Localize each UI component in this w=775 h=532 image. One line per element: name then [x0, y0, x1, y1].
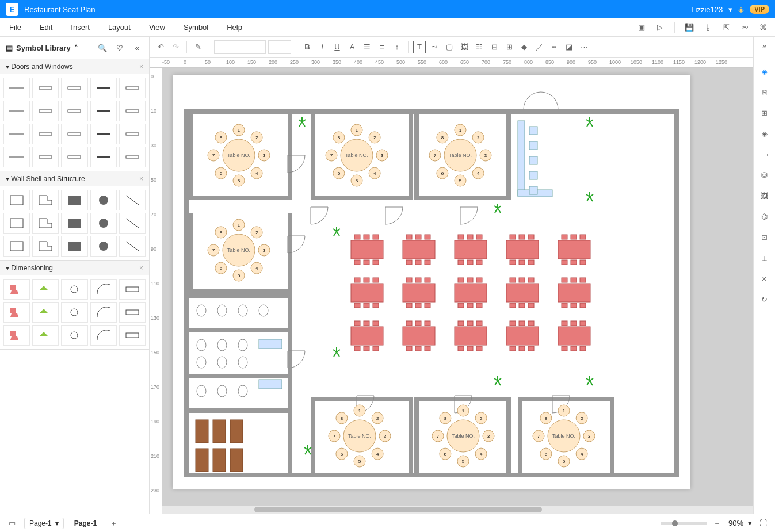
lib-section-header[interactable]: ▾ Doors and Windows× — [0, 59, 149, 74]
plant-icon[interactable] — [299, 117, 306, 127]
line-spacing-icon[interactable]: ↕ — [391, 41, 403, 53]
rect-table[interactable] — [455, 235, 487, 265]
fullscreen-icon[interactable]: ⛶ — [757, 517, 769, 530]
lib-symbol[interactable] — [90, 147, 117, 167]
format-painter-icon[interactable]: ✎ — [192, 41, 204, 53]
rect-table[interactable] — [351, 235, 383, 265]
group-icon[interactable]: ⊞ — [503, 41, 516, 53]
lib-symbol[interactable] — [61, 101, 87, 121]
picture-icon[interactable]: 🖼 — [758, 189, 772, 202]
zoom-in-icon[interactable]: ＋ — [711, 517, 724, 530]
close-icon[interactable]: × — [139, 175, 143, 183]
close-icon[interactable]: × — [139, 63, 143, 71]
lib-symbol[interactable] — [90, 124, 117, 144]
lib-symbol[interactable] — [90, 325, 117, 346]
share-icon[interactable]: ⚯ — [738, 21, 751, 34]
download-icon[interactable]: ⭳ — [701, 21, 714, 34]
rect-table[interactable] — [506, 321, 539, 351]
round-table[interactable]: Table NO.12345678 — [326, 124, 388, 186]
lib-symbol[interactable] — [61, 213, 87, 234]
rect-table[interactable] — [558, 235, 590, 265]
toilet-icon[interactable] — [217, 305, 227, 316]
rect-table[interactable] — [403, 278, 435, 308]
lib-symbol[interactable] — [119, 325, 146, 346]
lib-symbol[interactable] — [61, 124, 87, 144]
image-icon[interactable]: 🖼 — [458, 41, 471, 53]
lib-symbol[interactable] — [90, 236, 117, 257]
zoom-level[interactable]: 90% — [728, 519, 743, 527]
rect-table[interactable] — [506, 235, 539, 265]
presentation-icon[interactable]: ▣ — [635, 21, 648, 34]
grid-panel-icon[interactable]: ⊞ — [758, 106, 772, 120]
lib-symbol[interactable] — [90, 190, 117, 210]
lib-symbol[interactable] — [3, 279, 30, 300]
toilet-icon[interactable] — [238, 305, 247, 316]
italic-icon[interactable]: I — [316, 41, 329, 53]
lib-symbol[interactable] — [119, 302, 146, 323]
save-icon[interactable]: 💾 — [683, 21, 696, 34]
line-icon[interactable]: ／ — [533, 41, 545, 53]
lib-symbol[interactable] — [3, 236, 30, 257]
lib-symbol[interactable] — [90, 213, 117, 234]
lib-symbol[interactable] — [61, 279, 87, 300]
rect-table[interactable] — [351, 321, 383, 351]
lib-symbol[interactable] — [90, 279, 117, 300]
lib-symbol[interactable] — [3, 190, 30, 210]
underline-icon[interactable]: U — [331, 41, 343, 53]
lib-section-header[interactable]: ▾ Wall Shell and Structure× — [0, 171, 149, 186]
round-table[interactable]: Table NO.12345678 — [429, 124, 491, 186]
plant-icon[interactable] — [586, 192, 593, 201]
chevron-up-icon[interactable]: ˄ — [74, 44, 78, 52]
lib-symbol[interactable] — [119, 124, 146, 144]
add-page-icon[interactable]: ＋ — [107, 517, 120, 530]
plant-icon[interactable] — [494, 376, 501, 385]
undo-icon[interactable]: ↶ — [154, 41, 167, 53]
lib-symbol[interactable] — [61, 302, 87, 323]
round-table[interactable]: Table NO.12345678 — [208, 124, 270, 186]
close-icon[interactable]: × — [139, 264, 143, 272]
search-icon[interactable]: 🔍 — [96, 41, 109, 54]
zoom-slider[interactable] — [661, 522, 707, 525]
layers-icon[interactable]: ◈ — [758, 127, 772, 140]
heart-icon[interactable]: ♡ — [113, 41, 126, 54]
export-icon[interactable]: ⇱ — [720, 21, 732, 34]
round-table[interactable]: Table NO.12345678 — [432, 405, 494, 467]
page-dropdown[interactable]: Page-1 ▾ — [24, 518, 64, 529]
lib-symbol[interactable] — [61, 325, 87, 346]
align-objects-icon[interactable]: ⊟ — [488, 41, 501, 53]
lib-symbol[interactable] — [90, 78, 117, 98]
lib-symbol[interactable] — [32, 147, 59, 167]
lib-symbol[interactable] — [3, 124, 30, 144]
lib-symbol[interactable] — [32, 213, 59, 234]
connector-icon[interactable]: ⤳ — [428, 41, 441, 53]
fill-icon[interactable]: ◆ — [518, 41, 530, 53]
round-table[interactable]: Table NO.12345678 — [533, 405, 595, 467]
arrange-icon[interactable]: ☷ — [473, 41, 486, 53]
plant-icon[interactable] — [586, 117, 593, 127]
lib-symbol[interactable] — [32, 236, 59, 257]
expand-panel-icon[interactable]: » — [758, 41, 772, 55]
lib-symbol[interactable] — [32, 325, 59, 346]
list-icon[interactable]: ≡ — [376, 41, 388, 53]
chevron-down-icon[interactable]: ▾ — [728, 5, 732, 14]
plant-icon[interactable] — [304, 445, 311, 454]
lib-symbol[interactable] — [3, 147, 30, 167]
shadow-icon[interactable]: ◪ — [563, 41, 575, 53]
container-icon[interactable]: ▢ — [443, 41, 456, 53]
collapse-icon[interactable]: « — [131, 41, 143, 54]
play-icon[interactable]: ▷ — [654, 21, 666, 34]
zoom-out-icon[interactable]: − — [643, 517, 656, 530]
font-color-icon[interactable]: A — [346, 41, 358, 53]
lib-symbol[interactable] — [61, 78, 87, 98]
round-table[interactable]: Table NO.12345678 — [329, 405, 391, 467]
rect-table[interactable] — [506, 278, 539, 308]
font-size-input[interactable] — [268, 40, 291, 54]
chevron-down-icon[interactable]: ▾ — [748, 519, 752, 527]
rect-table[interactable] — [558, 278, 590, 308]
comments-icon[interactable]: ⊡ — [758, 230, 772, 244]
lib-symbol[interactable] — [3, 101, 30, 121]
lib-symbol[interactable] — [61, 147, 87, 167]
menu-file[interactable]: File — [6, 23, 25, 32]
theme-icon[interactable]: ◈ — [758, 64, 772, 78]
lib-symbol[interactable] — [32, 302, 59, 323]
